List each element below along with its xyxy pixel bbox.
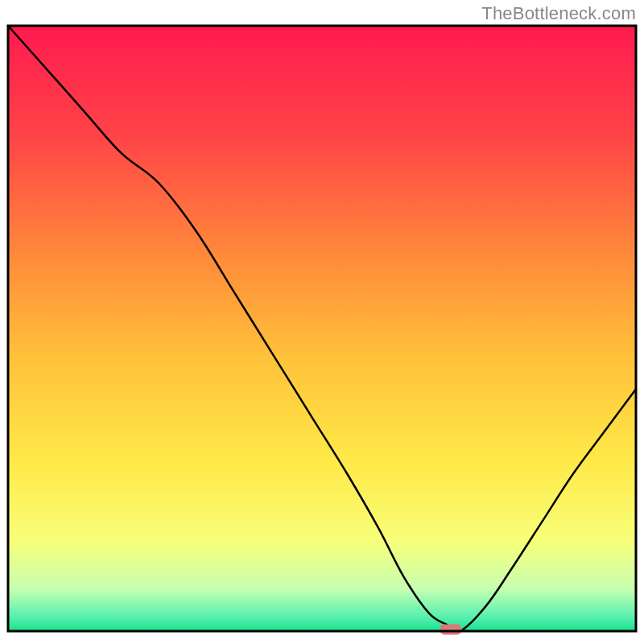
chart-background (8, 26, 636, 631)
optimal-point-marker (440, 625, 461, 634)
bottleneck-chart (0, 0, 644, 644)
watermark-label: TheBottleneck.com (481, 3, 636, 24)
chart-container: { "watermark": "TheBottleneck.com", "cha… (0, 0, 644, 644)
